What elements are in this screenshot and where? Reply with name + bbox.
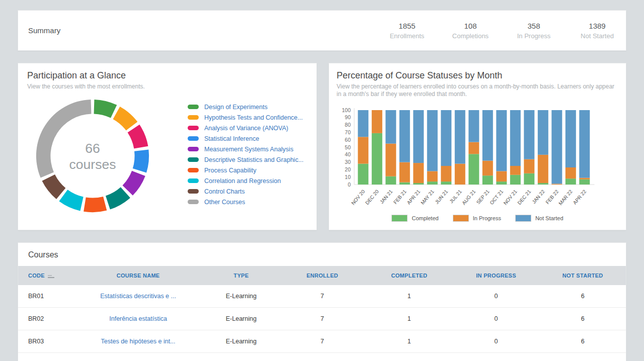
bar-segment-in-progress[interactable] [441, 166, 451, 182]
donut-segment[interactable] [133, 149, 149, 172]
bar-segment-in-progress[interactable] [455, 164, 465, 185]
column-header-not-started[interactable]: NOT STARTED [539, 266, 626, 285]
donut-segment[interactable] [123, 171, 145, 196]
bar-segment-in-progress[interactable] [482, 161, 493, 176]
x-axis-tick-label: JAN 21 [379, 189, 394, 205]
bar-segment-not-started[interactable] [385, 110, 396, 144]
table-row: BR01Estatísticas descritivas e ...E-Lear… [18, 285, 626, 308]
donut-legend-label[interactable]: Statistical Inference [204, 135, 259, 142]
bar-segment-not-started[interactable] [413, 110, 424, 163]
bar-segment-not-started[interactable] [551, 110, 562, 184]
course-name-link[interactable]: Inferência estatística [109, 315, 167, 322]
donut-segment[interactable] [128, 125, 148, 149]
x-axis-tick-label: MAY 21 [420, 189, 435, 206]
bar-segment-in-progress[interactable] [358, 137, 368, 163]
bar-segment-in-progress[interactable] [551, 184, 562, 185]
column-header-label: IN PROGRESS [476, 273, 516, 279]
bar-segment-not-started[interactable] [496, 110, 507, 171]
donut-legend-item[interactable]: Hypothesis Tests and Confidence... [188, 112, 304, 123]
donut-legend-item[interactable]: Control Charts [188, 186, 304, 197]
donut-segment[interactable] [42, 174, 66, 199]
bar-segment-in-progress[interactable] [524, 159, 534, 173]
bar-segment-not-started[interactable] [579, 110, 590, 178]
bar-legend-item[interactable]: Completed [391, 215, 438, 222]
bar-segment-completed[interactable] [399, 183, 410, 185]
bar-segment-not-started[interactable] [399, 110, 410, 162]
bar-segment-completed[interactable] [496, 182, 507, 185]
bar-segment-not-started[interactable] [566, 110, 576, 167]
bar-segment-completed[interactable] [413, 183, 424, 185]
bar-segment-in-progress[interactable] [579, 178, 590, 179]
bar-segment-in-progress[interactable] [413, 163, 424, 183]
donut-legend-label[interactable]: Design of Experiments [204, 104, 268, 111]
donut-legend-item[interactable]: Correlation and Regression [188, 175, 304, 186]
bar-segment-not-started[interactable] [510, 110, 521, 166]
donut-legend-label[interactable]: Analysis of Variance (ANOVA) [204, 125, 288, 132]
column-header-in-progress[interactable]: IN PROGRESS [453, 266, 540, 285]
donut-legend-item[interactable]: Other Courses [188, 197, 304, 207]
course-name-link[interactable]: Estatísticas descritivas e ... [100, 293, 176, 300]
donut-legend-label[interactable]: Correlation and Regression [204, 177, 281, 185]
donut-legend-item[interactable]: Design of Experiments [188, 102, 304, 112]
column-header-type[interactable]: TYPE [203, 266, 279, 285]
bar-segment-completed[interactable] [538, 183, 548, 185]
donut-segment[interactable] [84, 197, 107, 212]
bar-segment-in-progress[interactable] [496, 171, 507, 182]
bar-segment-not-started[interactable] [358, 110, 368, 137]
bar-segment-in-progress[interactable] [566, 167, 576, 178]
bar-segment-in-progress[interactable] [372, 110, 382, 133]
donut-legend-item[interactable]: Process Capability [188, 165, 304, 175]
donut-legend-label[interactable]: Measurement Systems Analysis [204, 146, 293, 153]
donut-legend-item[interactable]: Statistical Inference [188, 133, 304, 144]
bar-segment-in-progress[interactable] [538, 155, 548, 183]
bar-segment-in-progress[interactable] [427, 171, 438, 182]
bar-segment-completed[interactable] [524, 173, 534, 185]
column-header-course-name[interactable]: COURSE NAME [73, 266, 204, 285]
bar-segment-completed[interactable] [385, 176, 396, 185]
bar-segment-not-started[interactable] [468, 110, 479, 142]
bar-segment-completed[interactable] [468, 154, 479, 185]
bar-segment-in-progress[interactable] [385, 144, 396, 176]
column-header-code[interactable]: CODE [18, 266, 73, 285]
column-header-completed[interactable]: COMPLETED [366, 266, 453, 285]
x-axis-tick-label: DEC 20 [364, 189, 380, 206]
donut-legend-label[interactable]: Other Courses [204, 199, 245, 206]
course-name-link[interactable]: Testes de hipóteses e int... [101, 338, 176, 345]
donut-segment[interactable] [113, 107, 138, 130]
sort-icon[interactable] [48, 275, 54, 278]
bar-segment-completed[interactable] [372, 133, 382, 185]
bar-segment-completed[interactable] [358, 164, 368, 185]
bar-segment-completed[interactable] [482, 175, 493, 185]
bar-segment-not-started[interactable] [482, 110, 493, 161]
bar-segment-not-started[interactable] [427, 110, 438, 171]
bar-segment-completed[interactable] [579, 179, 590, 185]
donut-legend-label[interactable]: Descriptive Statistics and Graphic... [204, 156, 303, 163]
bar-segment-completed[interactable] [510, 175, 521, 185]
y-axis-tick-label: 30 [345, 159, 351, 165]
bar-segment-completed[interactable] [427, 182, 438, 185]
bar-segment-not-started[interactable] [524, 110, 534, 159]
bar-legend-item[interactable]: In Progress [453, 215, 501, 222]
donut-legend-item[interactable]: Analysis of Variance (ANOVA) [188, 123, 304, 133]
donut-legend-item[interactable]: Measurement Systems Analysis [188, 144, 304, 154]
bar-segment-not-started[interactable] [538, 110, 548, 155]
donut-legend-item[interactable]: Descriptive Statistics and Graphic... [188, 154, 304, 165]
bar-segment-completed[interactable] [441, 182, 451, 185]
column-header-enrolled[interactable]: ENROLLED [279, 266, 366, 285]
donut-segment[interactable] [59, 190, 83, 211]
cell-type: E-Learning [203, 285, 279, 308]
donut-legend-label[interactable]: Control Charts [204, 188, 245, 195]
legend-swatch-icon [453, 215, 469, 222]
donut-segment[interactable] [94, 100, 117, 118]
bar-segment-not-started[interactable] [441, 110, 451, 166]
bar-segment-in-progress[interactable] [399, 162, 410, 183]
bar-segment-in-progress[interactable] [510, 166, 521, 175]
bar-segment-in-progress[interactable] [468, 142, 479, 154]
bar-segment-not-started[interactable] [455, 110, 465, 164]
bar-segment-completed[interactable] [566, 178, 576, 185]
bar-legend-item[interactable]: Not Started [515, 215, 564, 222]
donut-legend-label[interactable]: Hypothesis Tests and Confidence... [204, 114, 303, 121]
x-axis-tick-label: DEC 21 [516, 189, 532, 206]
donut-legend-label[interactable]: Process Capability [204, 167, 257, 174]
donut-segment[interactable] [106, 187, 130, 209]
